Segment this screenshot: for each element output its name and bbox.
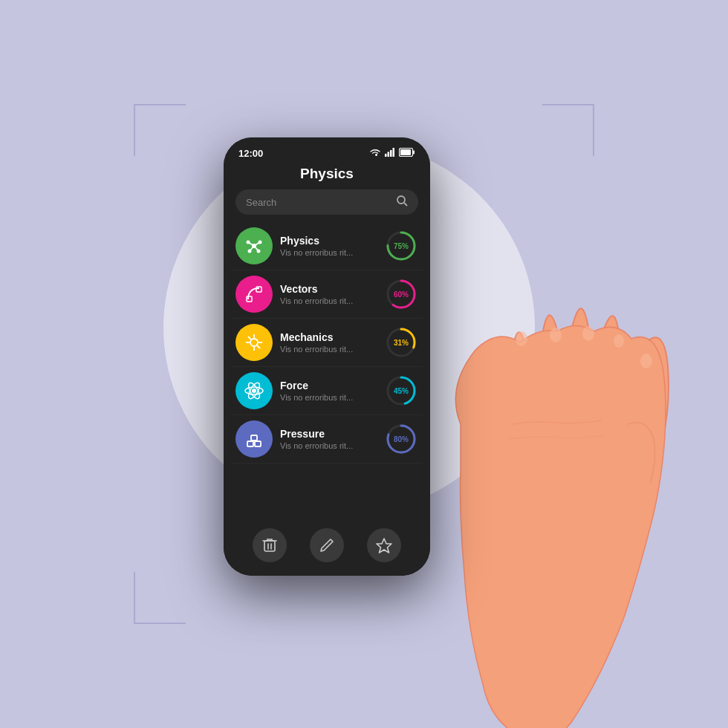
svg-point-50 xyxy=(582,326,594,341)
course-item[interactable]: Mechanics Vis no erroribus rit... 31% xyxy=(231,319,423,367)
svg-rect-1 xyxy=(388,152,390,157)
course-name: Vectors xyxy=(280,283,377,295)
svg-point-51 xyxy=(614,334,624,348)
svg-line-17 xyxy=(254,246,259,251)
course-icon xyxy=(235,324,273,361)
svg-rect-21 xyxy=(247,296,252,302)
progress-label: 45% xyxy=(394,387,409,395)
scene: 12:00 xyxy=(104,48,624,680)
progress-circle: 31% xyxy=(384,325,418,360)
svg-point-49 xyxy=(550,328,562,342)
course-desc: Vis no erroribus rit... xyxy=(280,345,377,354)
status-icons xyxy=(369,146,415,160)
bottom-nav xyxy=(224,522,430,576)
progress-circle: 60% xyxy=(384,277,418,311)
svg-rect-41 xyxy=(251,435,257,441)
svg-marker-47 xyxy=(377,539,391,553)
progress-label: 80% xyxy=(394,435,409,443)
course-item[interactable]: Pressure Vis no erroribus rit... 80% xyxy=(231,415,423,464)
search-icon[interactable] xyxy=(397,195,408,209)
course-info: Vectors Vis no erroribus rit... xyxy=(273,283,384,305)
progress-circle: 45% xyxy=(384,374,418,408)
svg-point-33 xyxy=(252,389,256,393)
status-bar: 12:00 xyxy=(224,137,430,163)
search-placeholder: Search xyxy=(246,197,397,208)
svg-rect-3 xyxy=(393,148,395,157)
svg-line-29 xyxy=(248,337,251,339)
course-name: Pressure xyxy=(280,428,377,440)
app-title: Physics xyxy=(224,163,430,189)
delete-button[interactable] xyxy=(253,528,287,562)
course-name: Mechanics xyxy=(280,331,377,343)
svg-rect-6 xyxy=(413,151,415,155)
edit-button[interactable] xyxy=(310,528,344,562)
progress-label: 75% xyxy=(394,242,409,250)
course-desc: Vis no erroribus rit... xyxy=(280,296,377,305)
progress-label: 60% xyxy=(394,290,409,299)
course-item[interactable]: Physics Vis no erroribus rit... 75% xyxy=(231,222,423,270)
course-name: Force xyxy=(280,380,377,391)
svg-rect-2 xyxy=(390,150,392,157)
svg-rect-44 xyxy=(264,541,275,551)
star-button[interactable] xyxy=(367,528,401,562)
course-desc: Vis no erroribus rit... xyxy=(280,248,377,257)
status-time: 12:00 xyxy=(238,148,263,159)
wifi-icon xyxy=(369,148,381,159)
phone-screen: 12:00 xyxy=(224,137,430,576)
course-icon xyxy=(235,420,273,458)
search-bar[interactable]: Search xyxy=(235,189,418,215)
svg-point-24 xyxy=(250,339,258,346)
svg-line-30 xyxy=(257,345,260,348)
course-item[interactable]: Vectors Vis no erroribus rit... 60% xyxy=(231,270,423,319)
course-item[interactable]: Force Vis no erroribus rit... 45% xyxy=(231,367,423,415)
signal-icon xyxy=(385,148,395,159)
svg-rect-5 xyxy=(400,149,411,155)
course-info: Mechanics Vis no erroribus rit... xyxy=(273,331,384,354)
course-info: Force Vis no erroribus rit... xyxy=(273,380,384,402)
course-icon xyxy=(235,372,273,409)
svg-point-48 xyxy=(516,331,527,346)
battery-icon xyxy=(399,146,415,160)
course-name: Physics xyxy=(280,235,377,247)
svg-rect-20 xyxy=(256,287,261,292)
course-info: Pressure Vis no erroribus rit... xyxy=(273,428,384,450)
svg-rect-39 xyxy=(247,441,253,446)
svg-rect-0 xyxy=(385,154,387,157)
course-icon xyxy=(235,276,273,313)
progress-circle: 80% xyxy=(384,422,418,456)
svg-line-8 xyxy=(404,203,407,206)
course-list-container: Physics Vis no erroribus rit... 75% Vect… xyxy=(231,222,423,464)
course-info: Physics Vis no erroribus rit... xyxy=(273,235,384,257)
course-list: Physics Vis no erroribus rit... 75% Vect… xyxy=(224,222,430,522)
progress-circle: 75% xyxy=(384,229,418,263)
course-icon xyxy=(235,227,273,264)
progress-label: 31% xyxy=(394,339,409,347)
course-desc: Vis no erroribus rit... xyxy=(280,441,377,450)
svg-point-7 xyxy=(397,196,405,204)
course-desc: Vis no erroribus rit... xyxy=(280,393,377,402)
phone: 12:00 xyxy=(224,137,430,576)
svg-line-16 xyxy=(250,246,254,251)
svg-rect-40 xyxy=(255,441,261,446)
